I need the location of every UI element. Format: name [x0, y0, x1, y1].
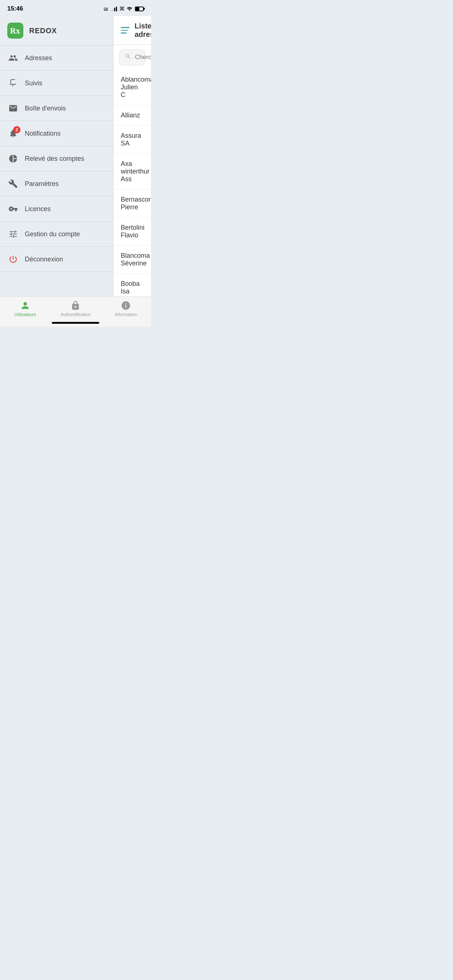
adresses-label: Adresses [25, 54, 52, 62]
address-item-5[interactable]: Bertolini Flavio [113, 218, 151, 246]
sidebar-item-parametres[interactable]: Paramètres [0, 171, 113, 197]
tab-authentification[interactable]: Authentification [50, 301, 100, 317]
pie-icon [7, 153, 19, 164]
search-box[interactable] [119, 49, 145, 65]
svg-text:Rx: Rx [10, 26, 21, 35]
licences-label: Licences [25, 205, 51, 213]
contacts-icon [7, 52, 19, 64]
sidebar-item-releve[interactable]: Relevé des comptes [0, 146, 113, 171]
signal-bar-1 [110, 10, 112, 11]
sim-icon: 🖭 [103, 6, 108, 12]
address-item-3[interactable]: Axa winterthur Ass [113, 154, 151, 189]
sidebar-menu: Adresses Suivis Boîte d'envois [0, 46, 113, 296]
utilisateurs-icon [20, 301, 30, 310]
sidebar-item-gestion[interactable]: Gestion du compte [0, 222, 113, 247]
wrench-icon [7, 178, 19, 189]
wifi-icon: ⌘ [119, 5, 133, 12]
address-item-6[interactable]: Blancoma Séverine [113, 246, 151, 274]
battery-icon [135, 6, 144, 11]
deconnexion-label: Déconnexion [25, 256, 63, 263]
utilisateurs-label: Utilisateurs [14, 312, 36, 317]
hamburger-line-1 [121, 27, 129, 28]
hamburger-line-2 [121, 30, 128, 31]
sidebar-item-licences[interactable]: Licences [0, 197, 113, 222]
svg-point-1 [23, 302, 27, 305]
information-icon [121, 301, 131, 310]
search-input[interactable] [135, 54, 151, 61]
releve-label: Relevé des comptes [25, 155, 84, 162]
information-label: Information [115, 312, 137, 317]
address-item-2[interactable]: Assura SA [113, 126, 151, 154]
status-icons: 🖭 ⌘ [103, 5, 144, 12]
panel-title: Liste adres [135, 22, 151, 39]
tab-bar: Utilisateurs Authentification Informatio… [0, 296, 151, 327]
hamburger-button[interactable] [121, 27, 129, 33]
key-icon [7, 203, 19, 215]
signal-bars [110, 6, 117, 11]
address-item-7[interactable]: Booba Isa Correnti [113, 274, 151, 296]
home-indicator [52, 322, 99, 324]
sidebar-header: Rx REDOX [0, 16, 113, 46]
status-bar: 15:46 🖭 ⌘ [0, 0, 151, 16]
tab-utilisateurs[interactable]: Utilisateurs [0, 301, 50, 317]
sidebar-item-notifications[interactable]: 2 Notifications [0, 121, 113, 146]
app-logo: Rx [7, 22, 23, 39]
signal-bar-2 [112, 9, 113, 11]
authentification-label: Authentification [61, 312, 91, 317]
gestion-label: Gestion du compte [25, 231, 80, 238]
sidebar-item-deconnexion[interactable]: Déconnexion [0, 247, 113, 272]
suivis-label: Suivis [25, 80, 42, 87]
address-item-4[interactable]: Bernascon Pierre [113, 189, 151, 218]
main-panel: Liste adres Ablancoma Julien C Allianz A… [113, 16, 151, 296]
signal-bar-3 [114, 8, 115, 11]
authentification-icon [70, 301, 81, 310]
sidebar-item-boite[interactable]: Boîte d'envois [0, 96, 113, 121]
hamburger-line-3 [121, 32, 126, 33]
address-item-0[interactable]: Ablancoma Julien C [113, 70, 151, 105]
status-time: 15:46 [7, 5, 23, 13]
pin-icon [7, 77, 19, 89]
signal-bar-4 [116, 6, 117, 11]
address-item-1[interactable]: Allianz [113, 105, 151, 126]
sidebar-item-suivis[interactable]: Suivis [0, 71, 113, 96]
mail-icon [7, 102, 19, 114]
power-icon [7, 253, 19, 265]
app-container: Rx REDOX Adresses Suivis [0, 16, 151, 296]
notifications-label: Notifications [25, 130, 61, 137]
notification-badge: 2 [13, 126, 21, 134]
address-list: Ablancoma Julien C Allianz Assura SA Axa… [113, 70, 151, 296]
app-title: REDOX [29, 27, 57, 35]
sidebar: Rx REDOX Adresses Suivis [0, 16, 113, 296]
panel-header: Liste adres [113, 16, 151, 45]
sliders-icon [7, 228, 19, 240]
tab-information[interactable]: Information [100, 301, 151, 317]
boite-label: Boîte d'envois [25, 105, 66, 112]
bell-icon: 2 [7, 127, 19, 139]
parametres-label: Paramètres [25, 180, 59, 188]
search-icon [125, 53, 131, 61]
sidebar-item-adresses[interactable]: Adresses [0, 46, 113, 71]
